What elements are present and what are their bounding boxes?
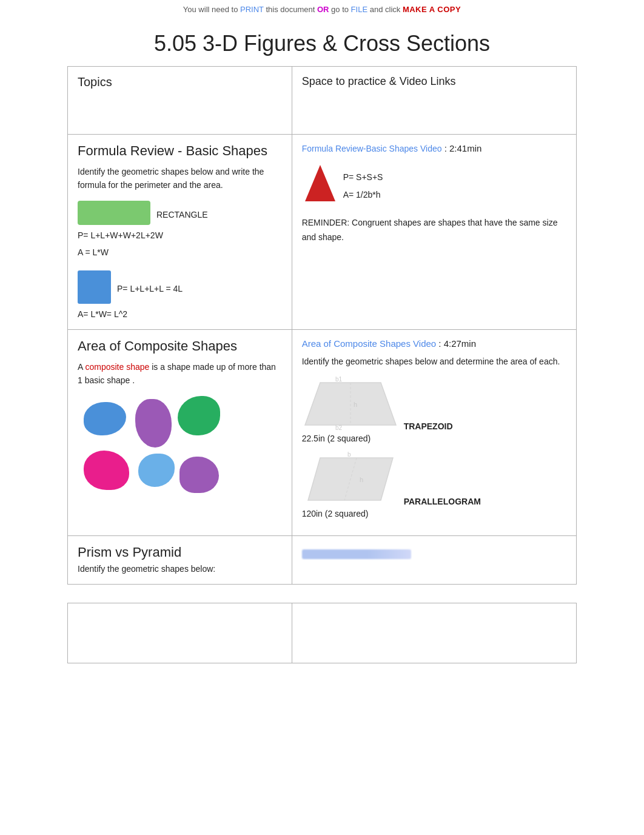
rect-perimeter: P= L+L+W+W+2L+2W xyxy=(78,229,282,242)
prism-row: Prism vs Pyramid Identify the geometric … xyxy=(68,536,577,585)
trapezoid-measurement: 22.5in (2 squared) xyxy=(302,434,566,443)
header-practice-label: Space to practice & Video Links xyxy=(302,75,566,124)
trapezoid-svg: h b1 b2 xyxy=(302,377,399,431)
triangle-row: P= S+S+S A= 1/2b*h xyxy=(302,162,566,206)
main-table: Topics Space to practice & Video Links F… xyxy=(67,66,577,585)
composite-row: Area of Composite Shapes A composite sha… xyxy=(68,329,577,535)
triangle-formulas: P= S+S+S A= 1/2b*h xyxy=(343,167,383,201)
square-area: A= L*W= L^2 xyxy=(78,307,282,321)
bottom-empty-table xyxy=(67,603,577,663)
header-topics-label: Topics xyxy=(78,75,282,126)
blob-blue xyxy=(84,402,126,435)
prism-practice-cell xyxy=(292,536,576,585)
blue-square-shape xyxy=(78,270,111,304)
fill-link[interactable]: FILE xyxy=(351,5,367,14)
composite-topics-cell: Area of Composite Shapes A composite sha… xyxy=(68,329,292,535)
parallelogram-label: PARALLELOGRAM xyxy=(404,497,481,506)
triangle-shape-container xyxy=(302,162,338,206)
rect-row: RECTANGLE xyxy=(78,201,282,225)
topbar-prefix: You will need to xyxy=(183,5,240,14)
composite-video-row: Area of Composite Shapes Video : 4:27min xyxy=(302,338,566,349)
header-row: Topics Space to practice & Video Links xyxy=(68,67,577,135)
green-rectangle-shape xyxy=(78,201,150,225)
formula-video-link[interactable]: Formula Review-Basic Shapes Video xyxy=(302,144,442,153)
bottom-empty-row xyxy=(68,603,577,663)
page-title: 5.05 3-D Figures & Cross Sections xyxy=(0,31,644,56)
formula-intro-text: Identify the geometric shapes below and … xyxy=(78,165,282,192)
rect-area: A = L*W xyxy=(78,246,282,259)
prism-title: Prism vs Pyramid xyxy=(78,545,282,560)
formula-review-title: Formula Review - Basic Shapes xyxy=(78,143,282,159)
composite-title: Area of Composite Shapes xyxy=(78,338,282,354)
svg-marker-0 xyxy=(305,165,335,201)
header-topics-cell: Topics xyxy=(68,67,292,135)
svg-text:h: h xyxy=(354,401,357,408)
rect-label: RECTANGLE xyxy=(156,208,208,221)
formula-practice-cell: Formula Review-Basic Shapes Video : 2:41… xyxy=(292,135,576,330)
formula-review-row: Formula Review - Basic Shapes Identify t… xyxy=(68,135,577,330)
composite-video-duration: : 4:27min xyxy=(438,338,476,349)
top-bar: You will need to PRINT this document OR … xyxy=(0,0,644,19)
svg-text:b2: b2 xyxy=(335,424,343,431)
triangle-svg xyxy=(302,162,338,204)
trapezoid-row: h b1 b2 TRAPEZOID xyxy=(302,377,566,431)
blob-green xyxy=(178,396,220,435)
or-text: OR xyxy=(317,5,329,14)
print-link[interactable]: PRINT xyxy=(240,5,264,14)
copy-link[interactable]: MAKE A COPY xyxy=(403,5,461,14)
composite-video-link[interactable]: Area of Composite Shapes Video xyxy=(302,338,437,349)
trapezoid-label: TRAPEZOID xyxy=(404,421,453,431)
composite-intro-a: A xyxy=(78,362,85,372)
bottom-left-cell xyxy=(68,603,292,663)
square-perimeter: P= L+L+L+L = 4L xyxy=(117,282,183,295)
blurred-link xyxy=(302,549,411,559)
topbar-andclick: and click xyxy=(370,5,401,14)
composite-identify-text: Identify the geometric shapes below and … xyxy=(302,355,566,368)
blob-pink xyxy=(84,451,129,490)
parallelogram-measurement: 120in (2 squared) xyxy=(302,509,566,518)
header-practice-cell: Space to practice & Video Links xyxy=(292,67,576,135)
formula-video-duration: : 2:41min xyxy=(444,143,482,153)
composite-intro-b: composite shape xyxy=(85,362,149,372)
triangle-area: A= 1/2b*h xyxy=(343,188,383,201)
formula-topics-cell: Formula Review - Basic Shapes Identify t… xyxy=(68,135,292,330)
triangle-perimeter: P= S+S+S xyxy=(343,170,383,184)
parallelogram-row: h b PARALLELOGRAM xyxy=(302,452,566,506)
svg-text:b1: b1 xyxy=(335,377,343,383)
blob-purple xyxy=(135,399,172,448)
parallelogram-section: h b PARALLELOGRAM 120in (2 squared) xyxy=(302,452,566,518)
topbar-middle: this document xyxy=(266,5,317,14)
prism-topics-cell: Prism vs Pyramid Identify the geometric … xyxy=(68,536,292,585)
composite-practice-cell: Area of Composite Shapes Video : 4:27min… xyxy=(292,329,576,535)
prism-subtitle: Identify the geometric shapes below: xyxy=(78,564,282,574)
svg-text:b: b xyxy=(347,452,351,458)
blob-blue2 xyxy=(138,454,175,487)
svg-text:h: h xyxy=(360,476,363,483)
topbar-goto: go to xyxy=(331,5,351,14)
trapezoid-section: h b1 b2 TRAPEZOID 22.5in (2 squared) xyxy=(302,377,566,443)
square-row: P= L+L+L+L = 4L xyxy=(78,270,282,304)
composite-shapes-image xyxy=(78,396,235,505)
reminder-text: REMINDER: Congruent shapes are shapes th… xyxy=(302,216,566,245)
composite-intro: A composite shape is a shape made up of … xyxy=(78,360,282,387)
blob-purple2 xyxy=(179,457,219,493)
parallelogram-svg: h b xyxy=(302,452,399,506)
formula-video-row: Formula Review-Basic Shapes Video : 2:41… xyxy=(302,143,566,153)
bottom-right-cell xyxy=(292,603,577,663)
